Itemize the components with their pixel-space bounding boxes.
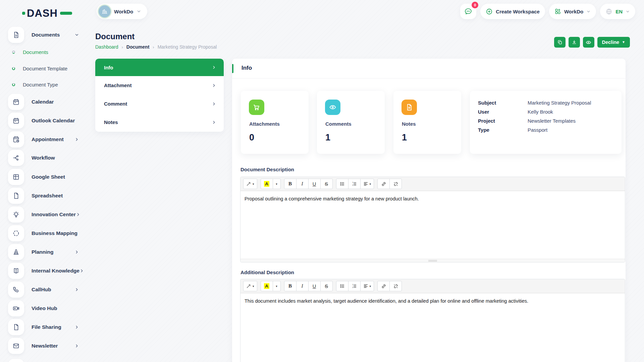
sidebar-item-video-hub[interactable]: Video Hub	[8, 300, 79, 316]
sidebar-item-callhub[interactable]: CallHub	[8, 282, 79, 298]
document-description-editor: ▾ A ▾ B I U S 12	[240, 177, 625, 262]
unlink-button[interactable]	[389, 179, 402, 189]
file-icon	[8, 188, 24, 204]
detail-row-subject: Subject Marketing Strategy Proposal	[478, 98, 613, 107]
sidebar-item-outlook-calendar[interactable]: Outlook Calendar	[8, 113, 79, 129]
workflow-icon	[8, 150, 24, 166]
divider	[232, 78, 626, 78]
app-window: DASH WorkDo 0 Create Workspace	[0, 0, 644, 362]
chevron-down-icon	[137, 9, 141, 14]
unlink-button[interactable]	[389, 281, 402, 291]
sidebar-subitem-documents[interactable]: Documents	[12, 48, 79, 56]
panel-title: Info	[241, 65, 252, 71]
file-icon	[8, 319, 24, 335]
document-description-label: Document Description	[240, 167, 294, 172]
strike-glyph: S	[325, 284, 328, 289]
link-button[interactable]	[377, 179, 390, 189]
caret-down-icon: ▼	[622, 41, 625, 44]
messages-button[interactable]: 0	[460, 4, 476, 19]
sidebar-item-label: Planning	[32, 249, 53, 255]
paragraph-align-button[interactable]: ▾	[360, 179, 374, 189]
menu-item-label: Notes	[104, 119, 118, 125]
ordered-list-button[interactable]: 12	[348, 179, 361, 189]
menu-item-comment[interactable]: Comment	[95, 95, 224, 113]
editor-content[interactable]: This document includes market analysis, …	[240, 293, 625, 362]
sidebar-item-file-sharing[interactable]: File Sharing	[8, 319, 79, 335]
caret-down-icon: ▾	[370, 285, 371, 288]
chevron-right-icon	[212, 120, 216, 125]
sidebar-item-partial[interactable]	[8, 359, 79, 362]
document-icon	[8, 27, 24, 43]
sidebar-item-business-mapping[interactable]: Business Mapping	[8, 225, 79, 241]
sidebar-item-appointment[interactable]: Appointment	[8, 131, 79, 147]
editor-content[interactable]: Proposal outlining a comprehensive marke…	[240, 191, 625, 259]
italic-button[interactable]: I	[296, 281, 309, 291]
sidebar-item-documents[interactable]: Documents	[8, 27, 79, 43]
svg-text:1: 1	[352, 181, 353, 183]
paragraph-align-button[interactable]: ▾	[360, 281, 374, 291]
detail-label: Project	[478, 118, 528, 124]
strikethrough-button[interactable]: S	[320, 179, 333, 189]
sidebar-item-newsletter[interactable]: Newsletter	[8, 338, 79, 354]
menu-item-notes[interactable]: Notes	[95, 113, 224, 131]
strike-glyph: S	[325, 181, 328, 187]
menu-item-info[interactable]: Info	[95, 59, 224, 76]
numbered-list-icon: 12	[352, 181, 357, 186]
link-button[interactable]	[377, 281, 390, 291]
detail-label: User	[478, 109, 528, 115]
menu-item-attachment[interactable]: Attachment	[95, 76, 224, 95]
eye-icon	[586, 40, 591, 45]
italic-button[interactable]: I	[296, 179, 309, 189]
logo-text: DASH	[27, 8, 58, 18]
style-button[interactable]: ▾	[243, 179, 257, 189]
strikethrough-button[interactable]: S	[320, 281, 333, 291]
unordered-list-button[interactable]	[336, 281, 348, 291]
editor-resize-handle[interactable]	[240, 259, 625, 262]
chevron-right-icon	[76, 212, 80, 217]
chat-icon	[464, 7, 472, 15]
breadcrumb-dashboard-link[interactable]: Dashboard	[95, 44, 118, 50]
underline-glyph: U	[313, 284, 316, 289]
sidebar-item-internal-knowledge[interactable]: Internal Knowledge	[8, 263, 79, 279]
font-color-caret-button[interactable]: ▾	[273, 179, 281, 189]
panel-accent-bar	[232, 64, 233, 73]
decline-dropdown-button[interactable]: Decline ▼	[597, 37, 630, 48]
sidebar-item-google-sheet[interactable]: Google Sheet	[8, 169, 79, 185]
bold-button[interactable]: B	[284, 179, 297, 189]
stat-value: 1	[325, 132, 330, 143]
sidebar-subitem-document-template[interactable]: Document Template	[12, 65, 79, 72]
font-color-button[interactable]: A	[261, 281, 273, 291]
sidebar-item-planning[interactable]: Planning	[8, 244, 79, 260]
breadcrumb-document[interactable]: Document	[126, 44, 149, 50]
calendar-icon	[8, 113, 24, 129]
duplicate-button[interactable]	[554, 37, 566, 48]
sidebar-item-workflow[interactable]: Workflow	[8, 150, 79, 166]
bold-button[interactable]: B	[284, 281, 297, 291]
editor-toolbar: ▾ A ▾ B I U S 12	[240, 279, 625, 293]
sidebar-subitem-document-type[interactable]: Document Type	[12, 81, 79, 88]
globe-icon	[605, 8, 612, 15]
magic-wand-icon	[246, 181, 251, 186]
comments-stat-card: Comments 1	[317, 91, 385, 154]
font-color-button[interactable]: A	[261, 179, 273, 189]
sidebar-item-innovation-center[interactable]: Innovation Center	[8, 206, 79, 223]
unordered-list-button[interactable]	[336, 179, 348, 189]
bullet-ring-icon	[12, 83, 15, 86]
font-color-caret-button[interactable]: ▾	[273, 281, 281, 291]
download-button[interactable]	[569, 37, 580, 48]
create-workspace-button[interactable]: Create Workspace	[480, 4, 545, 19]
workspace-switcher[interactable]: WorkDo	[97, 4, 147, 19]
workdo-menu-button[interactable]: WorkDo	[549, 4, 596, 19]
font-color-glyph: A	[264, 283, 269, 289]
style-button[interactable]: ▾	[243, 281, 257, 291]
sidebar-item-calendar[interactable]: Calendar	[8, 94, 79, 110]
book-icon	[8, 263, 24, 279]
preview-button[interactable]	[583, 37, 594, 48]
sidebar-item-spreadsheet[interactable]: Spreadsheet	[8, 188, 79, 204]
detail-label: Type	[478, 127, 528, 133]
underline-button[interactable]: U	[308, 179, 321, 189]
language-selector[interactable]: EN	[600, 4, 635, 19]
underline-button[interactable]: U	[308, 281, 321, 291]
font-color-glyph: A	[264, 181, 269, 187]
ordered-list-button[interactable]: 12	[348, 281, 361, 291]
